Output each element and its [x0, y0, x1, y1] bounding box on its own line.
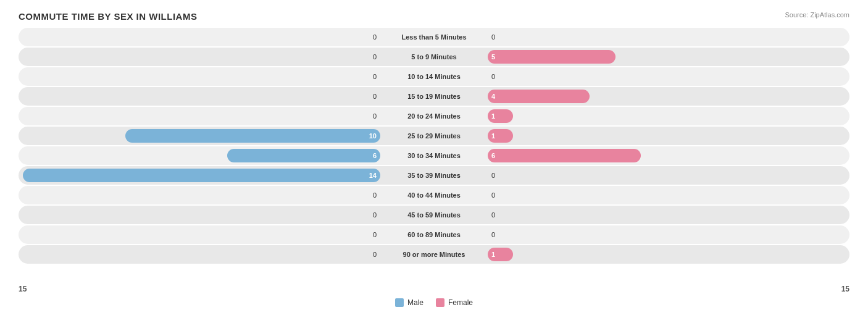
chart-title: COMMUTE TIME BY SEX IN WILLIAMS: [19, 11, 849, 22]
right-section: 1: [485, 129, 849, 143]
row-label: 10 to 14 Minutes: [383, 73, 485, 80]
bar-female: 6: [488, 149, 641, 162]
legend-female-label: Female: [448, 298, 473, 307]
chart-area: 0Less than 5 Minutes005 to 9 Minutes5010…: [19, 28, 849, 281]
chart-row: 1435 to 39 Minutes0: [19, 166, 849, 185]
female-value-zero: 0: [491, 73, 495, 80]
right-section: 0: [485, 73, 849, 80]
female-value-zero: 0: [491, 191, 495, 199]
left-section: 0: [19, 73, 383, 80]
legend-male: Male: [395, 298, 424, 307]
female-value: 1: [491, 251, 495, 258]
left-section: 0: [19, 231, 383, 238]
chart-row: 010 to 14 Minutes0: [19, 67, 849, 86]
bar-male: 10: [125, 129, 380, 143]
right-section: 5: [485, 50, 849, 64]
bar-female: 4: [488, 90, 590, 103]
bar-male: 14: [23, 169, 380, 182]
legend-female: Female: [436, 298, 473, 307]
row-label: 20 to 24 Minutes: [383, 112, 485, 120]
row-label: 30 to 34 Minutes: [383, 152, 485, 159]
female-value-zero: 0: [491, 33, 495, 41]
row-label: 90 or more Minutes: [383, 251, 485, 258]
female-value-zero: 0: [491, 211, 495, 219]
right-section: 0: [485, 172, 849, 179]
row-label: 35 to 39 Minutes: [383, 172, 485, 179]
female-value: 6: [491, 152, 495, 159]
right-section: 0: [485, 231, 849, 238]
chart-row: 0Less than 5 Minutes0: [19, 28, 849, 46]
male-value-zero: 0: [373, 251, 377, 258]
legend-male-label: Male: [407, 298, 424, 307]
male-value-zero: 0: [373, 93, 377, 100]
chart-row: 020 to 24 Minutes1: [19, 107, 849, 125]
bar-male: 6: [227, 149, 380, 162]
bar-female: 1: [488, 129, 513, 143]
left-section: 0: [19, 53, 383, 61]
left-section: 0: [19, 191, 383, 199]
left-section: 0: [19, 33, 383, 41]
right-section: 1: [485, 248, 849, 261]
chart-row: 040 to 44 Minutes0: [19, 186, 849, 204]
male-value-zero: 0: [373, 53, 377, 61]
female-value: 4: [491, 93, 495, 100]
male-value-zero: 0: [373, 73, 377, 80]
source-text: Source: ZipAtlas.com: [785, 11, 849, 19]
bar-female: 1: [488, 248, 513, 261]
row-label: 25 to 29 Minutes: [383, 132, 485, 140]
bar-female: 5: [488, 50, 616, 64]
row-label: 45 to 59 Minutes: [383, 211, 485, 219]
row-label: Less than 5 Minutes: [383, 33, 485, 41]
legend-female-icon: [436, 298, 444, 307]
left-section: 0: [19, 112, 383, 120]
male-value-zero: 0: [373, 191, 377, 199]
male-value-zero: 0: [373, 231, 377, 238]
male-value: 10: [369, 132, 377, 140]
chart-row: 05 to 9 Minutes5: [19, 48, 849, 66]
row-label: 15 to 19 Minutes: [383, 93, 485, 100]
male-value: 6: [373, 152, 377, 159]
legend: Male Female: [19, 298, 849, 307]
right-section: 1: [485, 109, 849, 123]
chart-row: 045 to 59 Minutes0: [19, 206, 849, 224]
right-section: 0: [485, 191, 849, 199]
right-section: 0: [485, 211, 849, 219]
axis-labels: 15 15: [19, 285, 849, 293]
chart-row: 630 to 34 Minutes6: [19, 146, 849, 165]
female-value-zero: 0: [491, 172, 495, 179]
male-value-zero: 0: [373, 33, 377, 41]
male-value-zero: 0: [373, 112, 377, 120]
left-section: 0: [19, 251, 383, 258]
left-section: 0: [19, 93, 383, 100]
row-label: 5 to 9 Minutes: [383, 53, 485, 61]
left-section: 6: [19, 149, 383, 162]
left-section: 10: [19, 129, 383, 143]
chart-row: 1025 to 29 Minutes1: [19, 127, 849, 145]
male-value-zero: 0: [373, 211, 377, 219]
female-value: 5: [491, 53, 495, 61]
female-value-zero: 0: [491, 231, 495, 238]
axis-right: 15: [841, 285, 849, 293]
chart-row: 090 or more Minutes1: [19, 245, 849, 264]
row-label: 40 to 44 Minutes: [383, 191, 485, 199]
left-section: 14: [19, 169, 383, 182]
legend-male-icon: [395, 298, 404, 307]
male-value: 14: [369, 172, 377, 179]
axis-left: 15: [19, 285, 27, 293]
row-label: 60 to 89 Minutes: [383, 231, 485, 238]
right-section: 0: [485, 33, 849, 41]
chart-row: 015 to 19 Minutes4: [19, 87, 849, 106]
female-value: 1: [491, 132, 495, 140]
female-value: 1: [491, 112, 495, 120]
right-section: 4: [485, 90, 849, 103]
bar-female: 1: [488, 109, 513, 123]
left-section: 0: [19, 211, 383, 219]
chart-row: 060 to 89 Minutes0: [19, 225, 849, 244]
right-section: 6: [485, 149, 849, 162]
